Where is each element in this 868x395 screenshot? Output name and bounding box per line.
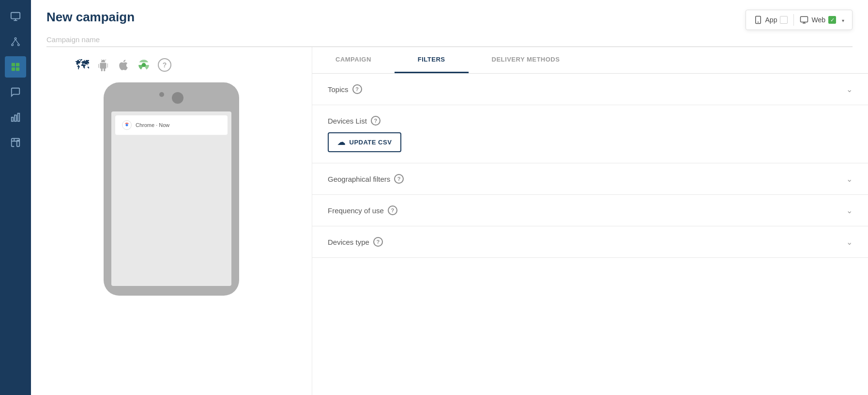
update-csv-button[interactable]: ☁ UPDATE CSV bbox=[328, 132, 401, 152]
dashboard-icon[interactable] bbox=[5, 56, 26, 78]
devices-type-help-icon[interactable]: ? bbox=[373, 237, 383, 247]
platform-dropdown-arrow[interactable]: ▾ bbox=[842, 18, 844, 23]
platform-icons-row: 🗺 ? bbox=[76, 57, 171, 73]
phone-mockup: Chrome · Now bbox=[104, 82, 239, 296]
web-icon bbox=[800, 16, 808, 24]
web-platform-item: Web ✓ bbox=[800, 16, 836, 24]
puzzle-icon[interactable] bbox=[5, 132, 26, 153]
notification-time: Now bbox=[159, 122, 169, 128]
app-label: App bbox=[765, 16, 777, 24]
platform-help-icon[interactable]: ? bbox=[158, 58, 171, 72]
tab-campaign[interactable]: CAMPAIGN bbox=[312, 47, 395, 73]
devices-type-title: Devices type bbox=[328, 238, 369, 246]
devices-type-header[interactable]: Devices type ? ⌄ bbox=[328, 237, 853, 247]
web-label: Web bbox=[811, 16, 825, 24]
main-content: New campaign App Web ✓ ▾ 🗺 bbox=[31, 0, 868, 395]
devices-list-section: Devices List ? ☁ UPDATE CSV bbox=[312, 105, 868, 163]
filters-panel: Topics ? ⌄ Devices List ? bbox=[312, 74, 868, 395]
tab-delivery[interactable]: DELIVERY METHODS bbox=[469, 47, 583, 73]
apple-icon bbox=[117, 59, 130, 71]
chrome-icon bbox=[137, 59, 150, 71]
frequency-header[interactable]: Frequency of use ? ⌄ bbox=[328, 205, 853, 215]
left-panel: 🗺 ? bbox=[31, 47, 312, 395]
topics-header[interactable]: Topics ? ⌄ bbox=[328, 84, 853, 94]
platform-selector: App Web ✓ ▾ bbox=[746, 10, 853, 30]
platform-divider bbox=[793, 14, 794, 26]
phone-dot-large bbox=[172, 92, 183, 104]
devices-list-header: Devices List ? bbox=[328, 116, 853, 126]
topics-section: Topics ? ⌄ bbox=[312, 74, 868, 105]
tab-filters[interactable]: FILTERS bbox=[395, 47, 469, 73]
svg-point-4 bbox=[12, 44, 14, 46]
monitor-icon[interactable] bbox=[5, 6, 26, 27]
svg-point-3 bbox=[15, 38, 16, 40]
nodes-icon[interactable] bbox=[5, 31, 26, 52]
content-area: 🗺 ? bbox=[31, 47, 868, 395]
geographical-filters-help-icon[interactable]: ? bbox=[394, 174, 404, 184]
devices-type-title-row: Devices type ? bbox=[328, 237, 383, 247]
chart-icon[interactable] bbox=[5, 107, 26, 128]
geographical-filters-title-row: Geographical filters ? bbox=[328, 174, 404, 184]
chat-icon[interactable] bbox=[5, 81, 26, 103]
topics-title-row: Topics ? bbox=[328, 84, 362, 94]
frequency-help-icon[interactable]: ? bbox=[388, 205, 397, 215]
phone-dot-small bbox=[159, 92, 164, 97]
right-panel: CAMPAIGN FILTERS DELIVERY METHODS Topics… bbox=[312, 47, 868, 395]
topics-title: Topics bbox=[328, 85, 349, 94]
top-bar: New campaign App Web ✓ ▾ bbox=[31, 0, 868, 47]
geographical-filters-title: Geographical filters bbox=[328, 175, 390, 183]
devices-list-help-icon[interactable]: ? bbox=[371, 116, 381, 126]
mobile-icon bbox=[754, 16, 762, 24]
svg-rect-11 bbox=[16, 67, 19, 71]
svg-rect-0 bbox=[11, 13, 20, 19]
app-platform-item: App bbox=[754, 16, 788, 24]
geographical-filters-section: Geographical filters ? ⌄ bbox=[312, 163, 868, 195]
svg-rect-14 bbox=[18, 113, 20, 122]
geographical-filters-chevron: ⌄ bbox=[846, 174, 853, 184]
svg-point-21 bbox=[126, 124, 128, 126]
svg-line-6 bbox=[13, 39, 15, 44]
svg-rect-9 bbox=[16, 63, 19, 66]
notification-bar: Chrome · Now bbox=[115, 115, 228, 135]
chrome-notification-icon bbox=[122, 120, 132, 130]
svg-rect-10 bbox=[12, 67, 15, 71]
phone-screen: Chrome · Now bbox=[111, 111, 231, 286]
notification-text: Chrome · Now bbox=[136, 122, 169, 128]
svg-rect-8 bbox=[12, 63, 15, 66]
topics-chevron: ⌄ bbox=[846, 85, 853, 94]
svg-rect-17 bbox=[801, 16, 808, 22]
devices-list-title-row: Devices List ? bbox=[328, 116, 381, 126]
svg-rect-13 bbox=[15, 115, 16, 121]
svg-rect-12 bbox=[12, 117, 14, 121]
notification-source: Chrome bbox=[136, 122, 154, 128]
svg-point-5 bbox=[18, 44, 20, 46]
upload-icon: ☁ bbox=[337, 138, 346, 147]
campaign-name-input[interactable] bbox=[46, 32, 853, 47]
web-checkbox[interactable]: ✓ bbox=[828, 16, 836, 24]
android-icon bbox=[97, 59, 109, 71]
frequency-chevron: ⌄ bbox=[846, 206, 853, 215]
devices-type-chevron: ⌄ bbox=[846, 237, 853, 247]
svg-line-7 bbox=[15, 39, 18, 44]
devices-type-section: Devices type ? ⌄ bbox=[312, 226, 868, 258]
frequency-section: Frequency of use ? ⌄ bbox=[312, 195, 868, 226]
page-title: New campaign bbox=[46, 10, 853, 25]
phone-top bbox=[159, 92, 183, 104]
map-icon: 🗺 bbox=[76, 57, 89, 73]
update-csv-label: UPDATE CSV bbox=[350, 139, 392, 146]
devices-list-title: Devices List bbox=[328, 117, 367, 125]
tabs: CAMPAIGN FILTERS DELIVERY METHODS bbox=[312, 47, 868, 74]
geographical-filters-header[interactable]: Geographical filters ? ⌄ bbox=[328, 174, 853, 184]
frequency-title: Frequency of use bbox=[328, 206, 384, 215]
sidebar bbox=[0, 0, 31, 395]
app-checkbox[interactable] bbox=[780, 16, 788, 24]
frequency-title-row: Frequency of use ? bbox=[328, 205, 397, 215]
topics-help-icon[interactable]: ? bbox=[352, 84, 362, 94]
